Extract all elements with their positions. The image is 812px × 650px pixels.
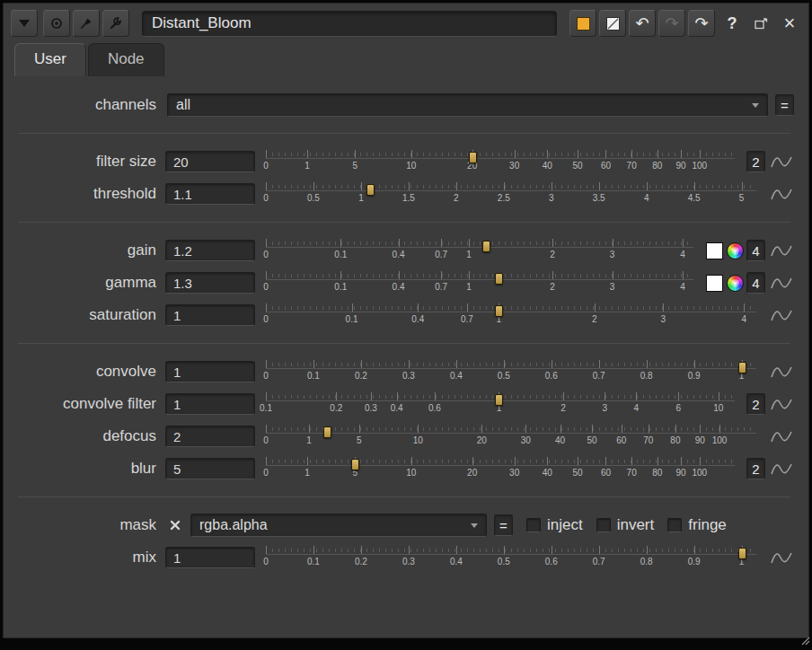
tick-label: 0.7 [593, 371, 605, 381]
tick-label: 30 [509, 161, 519, 171]
gl-color-button[interactable] [599, 10, 626, 37]
curve-icon [771, 276, 792, 291]
tick-mark [694, 546, 695, 554]
slider-handle[interactable] [738, 548, 746, 559]
pin-button[interactable] [73, 10, 100, 37]
tab-user[interactable]: User [14, 43, 86, 76]
slider-handle[interactable] [469, 152, 477, 163]
color-swatch[interactable] [706, 242, 723, 259]
center-node-button[interactable] [43, 10, 70, 37]
value-input-mix[interactable] [165, 547, 255, 568]
mask-channel-checkbox[interactable] [167, 517, 183, 533]
tick-label: 100 [693, 468, 708, 478]
checkbox-invert[interactable]: invert [596, 516, 655, 534]
slider-convolve-filter[interactable]: 0.10.20.30.40.61234610 [266, 389, 735, 419]
slider-handle[interactable] [495, 273, 503, 285]
slider-minor-ticks [266, 549, 756, 552]
slider-track [266, 433, 756, 434]
checkbox-fringe[interactable]: fringe [667, 516, 727, 534]
value-input-blur[interactable] [165, 458, 255, 479]
multi-value-badge[interactable]: 2 [746, 458, 765, 479]
checkbox-inject[interactable]: inject [526, 516, 583, 534]
resize-grip[interactable] [800, 633, 810, 649]
tick-mark [469, 239, 470, 247]
curve-editor-button[interactable] [769, 151, 794, 172]
redo-button[interactable]: ↷ [658, 10, 685, 37]
float-button[interactable] [749, 12, 772, 35]
multi-value-badge[interactable]: 4 [746, 240, 765, 261]
curve-editor-button[interactable] [769, 426, 794, 447]
color-swatch[interactable] [706, 275, 723, 292]
value-input-filter-size[interactable] [165, 151, 255, 172]
tick-label: 0.4 [393, 282, 405, 292]
curve-editor-button[interactable] [769, 183, 794, 205]
curve-editor-button[interactable] [769, 458, 794, 479]
curve-editor-button[interactable] [769, 304, 794, 326]
slider-handle[interactable] [482, 241, 490, 252]
tick-mark [578, 457, 578, 465]
tick-mark [266, 239, 267, 247]
tick-label: 3 [549, 193, 554, 203]
mask-dropdown[interactable]: rgba.alpha [190, 514, 487, 537]
slider-filter-size[interactable]: 015102030405060708090100 [266, 146, 735, 177]
tick-label: 0 [263, 435, 269, 445]
equals-button[interactable]: = [494, 514, 513, 536]
slider-handle[interactable] [495, 394, 503, 406]
wrench-icon [109, 16, 123, 31]
tick-mark [456, 360, 457, 368]
slider-gamma[interactable]: 00.10.40.71234 [266, 268, 693, 298]
slider-threshold[interactable]: 00.511.522.533.544.55 [266, 179, 756, 209]
channels-dropdown[interactable]: all [167, 93, 768, 117]
slider-handle[interactable] [495, 305, 503, 317]
help-button[interactable]: ? [720, 12, 744, 35]
node-name-input[interactable] [142, 11, 557, 37]
multi-value-badge[interactable]: 2 [746, 151, 765, 172]
tab-node[interactable]: Node [88, 43, 164, 76]
equals-button[interactable]: = [775, 94, 794, 116]
close-button[interactable]: × [778, 12, 801, 35]
slider-handle[interactable] [366, 184, 375, 196]
multi-value-badge[interactable]: 2 [746, 393, 765, 415]
tick-label: 1 [304, 468, 310, 478]
curve-editor-button[interactable] [769, 240, 794, 261]
tick-mark [266, 546, 267, 554]
value-input-gain[interactable] [165, 240, 255, 261]
node-color-button[interactable] [569, 10, 596, 37]
tick-label: 2 [592, 314, 597, 324]
curve-editor-button[interactable] [769, 361, 794, 382]
curve-editor-button[interactable] [769, 272, 794, 294]
slider-convolve[interactable]: 00.10.20.30.40.50.60.70.80.91 [266, 356, 756, 387]
value-input-convolve[interactable] [165, 361, 255, 382]
curve-editor-button[interactable] [769, 393, 794, 415]
checkbox-box-inject[interactable] [526, 518, 541, 532]
curve-icon [771, 429, 792, 444]
slider-handle[interactable] [323, 426, 331, 438]
slider-defocus[interactable]: 015102030405060708090100 [266, 421, 756, 452]
curve-editor-button[interactable] [769, 547, 794, 568]
collapse-button[interactable] [11, 10, 38, 37]
slider-handle[interactable] [738, 362, 746, 373]
tick-label: 4 [644, 193, 649, 203]
checkbox-box-fringe[interactable] [667, 518, 682, 532]
value-input-defocus[interactable] [165, 426, 255, 447]
value-input-threshold[interactable] [165, 183, 255, 205]
tick-label: 2 [550, 282, 555, 292]
wrench-button[interactable] [102, 10, 129, 37]
slider-blur[interactable]: 015102030405060708090100 [266, 453, 735, 484]
slider-handle[interactable] [351, 459, 359, 470]
slider-gain[interactable]: 00.10.40.71234 [266, 235, 693, 266]
value-input-saturation[interactable] [165, 304, 255, 326]
slider-mix[interactable]: 00.10.20.30.40.50.60.70.80.91 [266, 542, 756, 573]
undo-button[interactable]: ↶ [629, 10, 656, 37]
tick-label: 0 [263, 468, 269, 478]
tick-label: 0 [263, 314, 269, 324]
slider-saturation[interactable]: 00.10.40.71234 [266, 300, 756, 330]
value-input-convolve-filter[interactable] [165, 393, 255, 415]
multi-value-badge[interactable]: 4 [746, 272, 765, 294]
value-input-gamma[interactable] [165, 272, 255, 294]
color-wheel-button[interactable] [727, 242, 744, 259]
tick-label: 0.3 [402, 371, 415, 381]
color-wheel-button[interactable] [727, 275, 744, 292]
revert-button[interactable]: ↷ [688, 10, 715, 37]
checkbox-box-invert[interactable] [596, 518, 611, 532]
